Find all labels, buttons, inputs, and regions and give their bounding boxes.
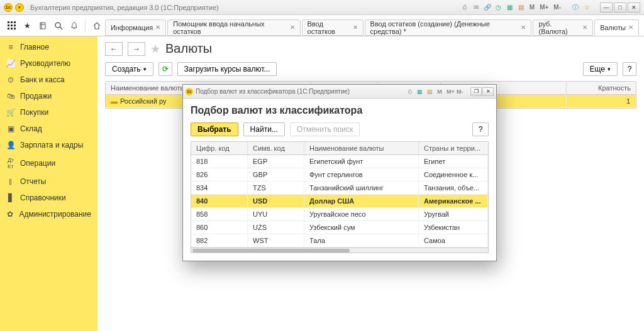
home-icon[interactable] [89, 18, 104, 33]
info-icon[interactable]: ⓘ [571, 3, 580, 12]
table-row[interactable]: 818EGPЕгипетский фунтЕгипет [191, 155, 488, 168]
col-num[interactable]: Цифр. код [191, 142, 248, 155]
svg-rect-1 [11, 21, 13, 23]
search-icon[interactable] [52, 18, 66, 33]
app-logo-icon: 1c [4, 3, 13, 12]
forward-button[interactable]: → [128, 42, 145, 56]
refresh-button[interactable]: ⟳ [158, 62, 172, 76]
svg-rect-7 [11, 28, 13, 30]
print-icon[interactable]: ⎙ [405, 89, 414, 95]
memory-mminus-button[interactable]: M- [552, 4, 562, 11]
svg-rect-6 [8, 28, 9, 30]
sidebar-item-bank[interactable]: ⊙Банк и касса [0, 72, 97, 88]
sidebar-item-directories[interactable]: ▋Справочники [0, 190, 97, 206]
sidebar-item-payroll[interactable]: 👤Зарплата и кадры [0, 137, 97, 153]
minimize-button[interactable]: — [600, 3, 613, 13]
print-icon[interactable]: ⎙ [460, 3, 469, 12]
bell-icon[interactable] [67, 18, 82, 33]
svg-line-10 [60, 27, 62, 30]
calendar-icon[interactable]: ▤ [425, 89, 434, 95]
chart-icon: 📈 [6, 59, 15, 68]
memory-m-button[interactable]: M [528, 4, 536, 11]
mail-icon[interactable]: ✉ [472, 3, 480, 12]
dialog-close-button[interactable]: ✕ [482, 87, 494, 96]
star-icon[interactable]: ☆ [582, 3, 591, 12]
calendar-icon[interactable]: ▤ [517, 3, 526, 12]
load-rates-button[interactable]: Загрузить курсы валют... [177, 62, 277, 76]
tab-currencies[interactable]: Валюты✕ [594, 19, 639, 36]
col-mult[interactable]: Кратность [567, 82, 636, 94]
dropdown-icon[interactable]: ▾ [15, 3, 24, 12]
favorites-icon[interactable]: ★ [21, 18, 35, 33]
col-country[interactable]: Страны и терри... [419, 142, 488, 155]
svg-rect-5 [14, 24, 16, 26]
close-icon[interactable]: ✕ [155, 24, 160, 31]
calc-icon[interactable]: ▦ [506, 3, 514, 12]
memory-mminus-button[interactable]: M- [455, 89, 464, 95]
table-row[interactable]: 858UYUУругвайское песоУругвай [191, 208, 488, 221]
svg-rect-4 [11, 24, 13, 26]
find-button[interactable]: Найти... [243, 122, 285, 136]
dialog-restore-button[interactable]: ❐ [470, 87, 482, 96]
create-button[interactable]: Создать ▾ [105, 62, 153, 76]
apps-icon[interactable] [5, 18, 19, 33]
svg-rect-8 [14, 28, 16, 30]
tab-balance-create[interactable]: Ввод остатков (создание) (Денежные средс… [365, 19, 532, 36]
clock-icon[interactable]: ◷ [494, 3, 503, 12]
horizontal-scrollbar[interactable] [191, 247, 488, 252]
cancel-find-button[interactable]: Отменить поиск [290, 122, 360, 136]
history-icon[interactable] [36, 18, 50, 33]
select-button[interactable]: Выбрать [191, 122, 238, 136]
titlebar-icons: ⎙ ✉ 🔗 ◷ ▦ ▤ M M+ M- ⓘ ☆ [460, 3, 591, 12]
sidebar-item-reports[interactable]: ⫿Отчеты [0, 173, 97, 190]
col-sym[interactable]: Симв. код [248, 142, 304, 155]
close-icon[interactable]: ✕ [521, 24, 526, 31]
sidebar-item-sales[interactable]: 🛍Продажи [0, 88, 97, 104]
sidebar: ≡Главное 📈Руководителю ⊙Банк и касса 🛍Пр… [0, 36, 97, 331]
calc-icon[interactable]: ▦ [415, 89, 424, 95]
sidebar-item-main[interactable]: ≡Главное [0, 39, 97, 55]
currency-classifier-dialog: 1c Подбор валют из классификатора (1С:Пр… [182, 84, 497, 261]
table-row[interactable]: 882WSTТалаСамоа [191, 234, 488, 247]
dialog-help-button[interactable]: ? [472, 122, 489, 136]
close-icon[interactable]: ✕ [628, 24, 633, 31]
sidebar-item-admin[interactable]: ✿Администрирование [0, 206, 97, 222]
gear-icon: ✿ [6, 210, 14, 219]
sidebar-item-warehouse[interactable]: ▣Склад [0, 121, 97, 137]
dialog-window-title: Подбор валют из классификатора (1С:Предп… [196, 88, 350, 95]
table-row[interactable]: 840USDДоллар СШААмериканское ... [191, 195, 488, 208]
close-icon[interactable]: ✕ [582, 24, 587, 31]
close-icon[interactable]: ✕ [353, 24, 358, 31]
tab-initial-balance-wizard[interactable]: Помощник ввода начальных остатков✕ [167, 19, 300, 36]
ledger-icon: ДтКт [6, 157, 15, 170]
table-row[interactable]: 860UZSУзбекский сумУзбекистан [191, 221, 488, 234]
sidebar-item-operations[interactable]: ДтКтОперации [0, 153, 97, 173]
maximize-button[interactable]: □ [614, 3, 626, 13]
titlebar: 1c ▾ Бухгалтерия предприятия, редакция 3… [0, 0, 644, 15]
memory-mplus-button[interactable]: M+ [445, 89, 454, 95]
close-button[interactable]: ✕ [628, 3, 640, 13]
table-header: Цифр. код Симв. код Наименование валюты … [191, 142, 488, 155]
svg-rect-2 [14, 21, 16, 23]
sidebar-item-purchases[interactable]: 🛒Покупки [0, 104, 97, 121]
sidebar-item-manager[interactable]: 📈Руководителю [0, 55, 97, 72]
tab-balance-entry[interactable]: Ввод остатков✕ [302, 19, 364, 36]
bars-icon: ⫿ [6, 177, 15, 186]
link-icon[interactable]: 🔗 [483, 3, 492, 12]
table-row[interactable]: 834TZSТанзанийский шиллингТанзания, объе… [191, 182, 488, 195]
memory-mplus-button[interactable]: M+ [538, 4, 550, 11]
tab-info[interactable]: Информация✕ [105, 19, 166, 36]
svg-point-9 [55, 23, 60, 28]
money-icon: ⊙ [6, 75, 15, 84]
close-icon[interactable]: ✕ [290, 24, 295, 31]
more-button[interactable]: Еще ▾ [583, 62, 618, 76]
table-row[interactable]: 826GBPФунт стерлинговСоединенное к... [191, 168, 488, 182]
favorite-toggle-icon[interactable]: ★ [150, 42, 160, 56]
col-name[interactable]: Наименование валюты [304, 142, 419, 155]
memory-m-button[interactable]: M [435, 89, 444, 95]
tab-rub-currency[interactable]: руб. (Валюта)✕ [533, 19, 593, 36]
svg-rect-3 [8, 24, 9, 26]
top-toolbar: ★ Информация✕ Помощник ввода начальных о… [0, 15, 644, 36]
back-button[interactable]: ← [105, 42, 123, 56]
help-button[interactable]: ? [623, 62, 636, 76]
